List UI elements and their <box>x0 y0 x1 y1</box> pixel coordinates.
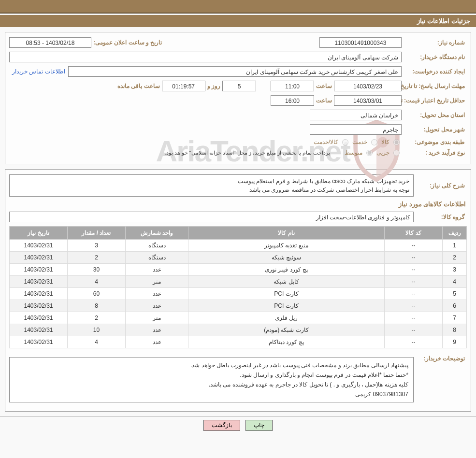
purchase-type-label: نوع فرآیند خرید : <box>402 149 467 156</box>
days-left: 5 <box>222 81 256 91</box>
row-requester: ایجاد کننده درخواست: علی اصغر کریمی کارش… <box>9 66 467 77</box>
city-label: شهر محل تحویل: <box>402 126 467 133</box>
cell-name: پچ کورد فیبر نوری <box>188 264 385 276</box>
deadline-label: مهلت ارسال پاسخ: تا تاریخ: <box>402 83 467 89</box>
radio-goods[interactable] <box>393 139 400 145</box>
table-row: 4--کابل شبکهمتر41403/02/31 <box>10 276 467 288</box>
table-row: 3--پچ کورد فیبر نوریعدد301403/02/31 <box>10 264 467 276</box>
radio-both[interactable] <box>342 139 348 145</box>
th-qty: تعداد / مقدار <box>68 227 126 240</box>
buyer-notes-label: توضیحات خریدار: <box>414 353 467 362</box>
cell-unit: عدد <box>126 264 188 276</box>
cell-idx: 4 <box>443 276 467 288</box>
cell-idx: 6 <box>443 300 467 312</box>
goods-group-value: کامپیوتر و فناوری اطلاعات-سخت افزار <box>9 212 414 222</box>
cell-date: 1403/02/31 <box>10 312 68 324</box>
cell-code: -- <box>385 288 443 300</box>
cell-qty: 2 <box>68 312 126 324</box>
row-summary: شرح کلی نیاز: خرید تجهیزات شبکه مارک cis… <box>9 174 467 197</box>
cell-unit: متر <box>126 312 188 324</box>
page-title: جزئیات اطلاعات نیاز <box>0 15 476 27</box>
row-goods-group: گروه کالا: کامپیوتر و فناوری اطلاعات-سخت… <box>9 212 467 222</box>
category-label: طبقه بندی موضوعی: <box>402 139 467 145</box>
cell-unit: عدد <box>126 324 188 336</box>
cell-code: -- <box>385 276 443 288</box>
cell-qty: 30 <box>68 264 126 276</box>
validity-label: حداقل تاریخ اعتبار قیمت: تا تاریخ: <box>402 97 467 104</box>
goods-group-label: گروه کالا: <box>414 214 467 220</box>
items-table: ردیف کد کالا نام کالا واحد شمارش تعداد /… <box>9 226 467 348</box>
cell-date: 1403/02/31 <box>10 252 68 264</box>
org-value: شرکت سهامی آلومینای ایران <box>9 52 402 62</box>
th-name: نام کالا <box>188 227 385 240</box>
footer: چاپ بازگشت <box>0 416 476 438</box>
time-left: 01:19:57 <box>162 81 205 91</box>
city-value: جاجرم <box>310 124 402 135</box>
cell-name: منبع تغذیه کامپیوتر <box>188 240 385 252</box>
summary-line-1: خرید تجهیزات شبکه مارک cisco مطابق با شر… <box>14 177 409 186</box>
row-purchase-type: نوع فرآیند خرید : جزیی متوسط پرداخت تمام… <box>9 149 467 156</box>
cell-qty: 3 <box>68 240 126 252</box>
cell-code: -- <box>385 252 443 264</box>
print-button[interactable]: چاپ <box>245 420 273 431</box>
cell-date: 1403/02/31 <box>10 264 68 276</box>
radio-medium[interactable] <box>366 150 373 156</box>
buyer-note-line: کلیه هزینه ها(حمل ، بارگیری و . ) تا تحو… <box>14 380 408 389</box>
cell-unit: متر <box>126 276 188 288</box>
th-date: تاریخ نیاز <box>10 227 68 240</box>
cell-code: -- <box>385 264 443 276</box>
cell-name: کارت شبکه (مودم) <box>188 324 385 336</box>
cell-qty: 4 <box>68 276 126 288</box>
remaining-label: ساعت باقی مانده <box>115 83 162 89</box>
buyer-contact-link[interactable]: اطلاعات تماس خریدار <box>9 68 68 75</box>
hour-label-2: ساعت <box>314 97 334 104</box>
radio-service[interactable] <box>371 139 377 145</box>
province-label: استان محل تحویل: <box>402 112 467 118</box>
buyer-note-line: پیشنهاد ارسالی مطابق برند و مشخصات فنی پ… <box>14 360 408 370</box>
cell-idx: 2 <box>443 252 467 264</box>
details-panel: AriaTender.net شماره نیاز: 1103001491000… <box>5 32 471 164</box>
table-row: 1--منبع تغذیه کامپیوتردستگاه31403/02/31 <box>10 240 467 252</box>
row-org: نام دستگاه خریدار: شرکت سهامی آلومینای ا… <box>9 52 467 62</box>
top-bar <box>0 0 476 14</box>
cell-idx: 7 <box>443 312 467 324</box>
cell-date: 1403/02/31 <box>10 276 68 288</box>
row-validity: حداقل تاریخ اعتبار قیمت: تا تاریخ: 1403/… <box>9 95 467 106</box>
radio-minor[interactable] <box>393 150 400 156</box>
days-and-label: روز و <box>205 83 222 89</box>
cat-both-label: کالا/خدمت <box>312 139 340 145</box>
cell-name: کارت PCI <box>188 300 385 312</box>
cell-name: سوئیچ شبکه <box>188 252 385 264</box>
cell-date: 1403/02/31 <box>10 336 68 348</box>
cell-name: کابل شبکه <box>188 276 385 288</box>
table-row: 7--ریل فلزیمتر21403/02/31 <box>10 312 467 324</box>
row-category: طبقه بندی موضوعی: کالا خدمت کالا/خدمت <box>9 139 467 145</box>
buyer-note-line: 09037981307 کریمی <box>14 389 408 399</box>
cell-name: کارت PCI <box>188 288 385 300</box>
cell-code: -- <box>385 312 443 324</box>
th-idx: ردیف <box>443 227 467 240</box>
row-buyer-notes: توضیحات خریدار: پیشنهاد ارسالی مطابق برن… <box>9 353 467 402</box>
back-button[interactable]: بازگشت <box>203 420 240 431</box>
cell-idx: 5 <box>443 288 467 300</box>
cat-service-label: خدمت <box>350 139 369 145</box>
goods-info-title: اطلاعات کالاهای مورد نیاز <box>10 200 466 208</box>
cell-code: -- <box>385 324 443 336</box>
cell-unit: دستگاه <box>126 240 188 252</box>
pt-medium-label: متوسط <box>343 149 364 156</box>
cell-qty: 8 <box>68 300 126 312</box>
cell-unit: دستگاه <box>126 252 188 264</box>
summary-label: شرح کلی نیاز: <box>414 182 467 189</box>
cell-unit: عدد <box>126 288 188 300</box>
cell-qty: 2 <box>68 252 126 264</box>
cat-goods-label: کالا <box>379 139 391 145</box>
org-label: نام دستگاه خریدار: <box>402 54 467 60</box>
cell-idx: 1 <box>443 240 467 252</box>
cell-date: 1403/02/31 <box>10 240 68 252</box>
table-row: 2--سوئیچ شبکهدستگاه21403/02/31 <box>10 252 467 264</box>
cell-unit: عدد <box>126 336 188 348</box>
table-row: 6--کارت PCIعدد81403/02/31 <box>10 300 467 312</box>
summary-box: خرید تجهیزات شبکه مارک cisco مطابق با شر… <box>9 174 414 197</box>
cell-qty: 10 <box>68 324 126 336</box>
cell-idx: 3 <box>443 264 467 276</box>
